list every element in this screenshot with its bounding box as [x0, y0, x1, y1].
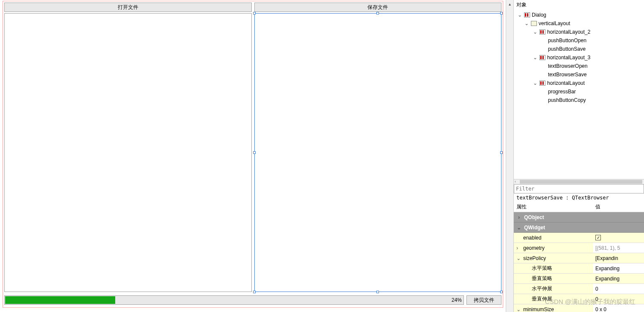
- copy-file-button[interactable]: 拷贝文件: [466, 295, 501, 305]
- layout-icon: [539, 81, 545, 86]
- collapse-icon[interactable]: ⌄: [516, 255, 522, 261]
- tree-row-hl1[interactable]: ⌄ horizontalLayout: [516, 79, 642, 87]
- tree-label: horizontalLayout_3: [547, 55, 590, 61]
- prop-label: sizePolicy: [523, 255, 546, 261]
- expand-icon[interactable]: ⌄: [533, 55, 538, 61]
- scrollbar-thumb[interactable]: [520, 180, 642, 184]
- horizontal-layout-3: [4, 13, 501, 292]
- progress-bar[interactable]: 24%: [4, 295, 464, 305]
- object-inspector[interactable]: 对象 ⌄ Dialog ⌄ verticalLayout ⌄ horizonta…: [514, 0, 644, 179]
- horizontal-scrollbar[interactable]: ‹: [514, 179, 644, 184]
- side-panel: 对象 ⌄ Dialog ⌄ verticalLayout ⌄ horizonta…: [513, 0, 644, 312]
- prop-label: 垂直策略: [532, 275, 552, 282]
- prop-value[interactable]: [(581, 1), 5: [593, 243, 644, 253]
- prop-label: enabled: [523, 235, 542, 241]
- resize-handle[interactable]: [376, 291, 379, 293]
- tree-row-progress[interactable]: progressBar: [516, 87, 642, 96]
- prop-label: minimumSize: [523, 306, 554, 312]
- tree-label: textBrowserOpen: [548, 63, 588, 69]
- selected-object-title: textBrowserSave : QTextBrowser: [514, 194, 644, 202]
- property-header: 属性 值: [514, 202, 644, 212]
- tree-row-tb-save[interactable]: textBrowserSave: [516, 70, 642, 79]
- expand-icon[interactable]: ⌄: [516, 306, 522, 312]
- prop-label: 垂直伸展: [532, 295, 552, 303]
- layout-icon: [539, 55, 545, 60]
- resize-handle[interactable]: [376, 12, 379, 14]
- resize-handle[interactable]: [253, 151, 256, 154]
- resize-handle[interactable]: [500, 151, 503, 154]
- expand-icon[interactable]: ⌄: [517, 12, 522, 18]
- prop-value[interactable]: [Expandin: [593, 253, 644, 263]
- tree-label: verticalLayout: [539, 20, 570, 26]
- prop-row-enabled[interactable]: enabled ✓: [514, 233, 644, 243]
- text-browser-save[interactable]: [254, 13, 502, 292]
- tree-label: pushButtonOpen: [548, 38, 586, 43]
- tree-label: horizontalLayout_2: [547, 29, 590, 35]
- tree-label: progressBar: [548, 89, 576, 95]
- filter-input[interactable]: [514, 184, 644, 194]
- prop-group-qwidget[interactable]: ⌄ QWidget: [514, 222, 644, 233]
- expand-icon[interactable]: ⌄: [533, 80, 538, 86]
- tree-label: pushButtonCopy: [548, 97, 586, 103]
- tree-row-btn-copy[interactable]: pushButtonCopy: [516, 96, 642, 104]
- expand-icon[interactable]: ⌄: [516, 225, 522, 231]
- progress-fill: [5, 296, 115, 304]
- resize-handle[interactable]: [500, 291, 503, 293]
- prop-row-sizepolicy[interactable]: ⌄sizePolicy [Expandin: [514, 253, 644, 263]
- tree-row-btn-save[interactable]: pushButtonSave: [516, 45, 642, 53]
- prop-row-hstretch[interactable]: 水平伸展 0: [514, 284, 644, 294]
- prop-value[interactable]: 0: [593, 294, 644, 304]
- prop-group-qobject[interactable]: › QObject: [514, 212, 644, 222]
- layout-icon: [531, 21, 537, 26]
- prop-label: 水平策略: [532, 265, 552, 272]
- object-inspector-header: 对象: [514, 0, 644, 10]
- prop-row-vstretch[interactable]: 垂直伸展 0: [514, 294, 644, 304]
- enabled-checkbox[interactable]: ✓: [595, 235, 601, 240]
- resize-handle[interactable]: [253, 291, 256, 293]
- prop-row-hpolicy[interactable]: 水平策略 Expanding: [514, 263, 644, 274]
- prop-row-geometry[interactable]: ›geometry [(581, 1), 5: [514, 243, 644, 253]
- prop-value[interactable]: 0 x 0: [593, 304, 644, 312]
- expand-icon[interactable]: ›: [516, 245, 522, 251]
- prop-value[interactable]: Expanding: [593, 263, 644, 273]
- tree-label: textBrowserSave: [548, 72, 587, 78]
- dialog-widget[interactable]: 打开文件 保存文件 24% 拷贝文件: [3, 1, 503, 308]
- prop-value[interactable]: 0: [593, 284, 644, 294]
- prop-label: geometry: [523, 245, 545, 251]
- tree-row-btn-open[interactable]: pushButtonOpen: [516, 36, 642, 45]
- prop-value[interactable]: Expanding: [593, 274, 644, 283]
- expand-icon[interactable]: ⌄: [524, 20, 529, 26]
- text-browser-open[interactable]: [4, 13, 252, 292]
- property-editor[interactable]: 属性 值 › QObject ⌄ QWidget enabled ✓ ›geom…: [514, 202, 644, 312]
- save-file-button[interactable]: 保存文件: [254, 3, 502, 12]
- resize-handle[interactable]: [500, 12, 503, 14]
- designer-canvas[interactable]: 打开文件 保存文件 24% 拷贝文件: [0, 0, 506, 312]
- tree-label: pushButtonSave: [548, 46, 586, 52]
- tree-label: horizontalLayout: [547, 80, 585, 86]
- object-tree[interactable]: ⌄ Dialog ⌄ verticalLayout ⌄ horizontalLa…: [514, 10, 644, 105]
- progress-text: 24%: [452, 297, 462, 303]
- resize-handle[interactable]: [253, 12, 256, 14]
- tree-label: Dialog: [532, 12, 546, 18]
- prop-row-vpolicy[interactable]: 垂直策略 Expanding: [514, 274, 644, 284]
- tree-row-hl3[interactable]: ⌄ horizontalLayout_3: [516, 53, 642, 62]
- tree-row-tb-open[interactable]: textBrowserOpen: [516, 62, 642, 70]
- tree-row-hl2[interactable]: ⌄ horizontalLayout_2: [516, 28, 642, 36]
- prop-col-name: 属性: [514, 202, 593, 212]
- vertical-scrollbar[interactable]: ▴: [506, 0, 513, 312]
- layout-icon: [539, 29, 545, 35]
- prop-row-minsize[interactable]: ⌄minimumSize 0 x 0: [514, 304, 644, 312]
- group-label: QObject: [524, 214, 544, 220]
- scroll-up-icon[interactable]: ▴: [509, 2, 511, 6]
- prop-label: 水平伸展: [532, 285, 552, 292]
- group-label: QWidget: [524, 225, 545, 231]
- prop-col-value: 值: [593, 202, 603, 212]
- collapse-icon[interactable]: ›: [516, 214, 522, 220]
- horizontal-layout-1: 24% 拷贝文件: [4, 295, 501, 306]
- scroll-left-icon[interactable]: ‹: [515, 179, 516, 184]
- tree-row-dialog[interactable]: ⌄ Dialog: [516, 11, 642, 19]
- horizontal-layout-2: 打开文件 保存文件: [4, 3, 501, 12]
- tree-row-vlayout[interactable]: ⌄ verticalLayout: [516, 19, 642, 28]
- open-file-button[interactable]: 打开文件: [4, 3, 252, 12]
- expand-icon[interactable]: ⌄: [533, 29, 538, 35]
